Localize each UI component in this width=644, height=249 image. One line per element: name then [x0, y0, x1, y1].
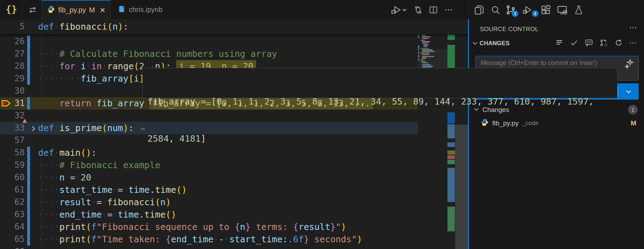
sparkle-icon[interactable]: [624, 58, 635, 71]
line-number[interactable]: 64: [0, 221, 25, 233]
panel-title: SOURCE CONTROL: [480, 26, 538, 33]
run-debug-icon[interactable]: 2: [522, 5, 536, 15]
remote-explorer-icon[interactable]: [557, 5, 567, 15]
git-modified-stripe: [27, 184, 30, 196]
tab-modified-badge: M: [89, 6, 95, 14]
line-number[interactable]: 62: [0, 196, 25, 208]
code-text: def·main():: [38, 147, 97, 159]
code-text: ····print(f"Time taken: {end_time·-·star…: [38, 233, 362, 245]
changes-count-badge: 1: [628, 105, 638, 114]
comment-code-icon[interactable]: [584, 38, 594, 48]
notebook-icon: [118, 5, 126, 14]
split-editor-icon[interactable]: [428, 5, 439, 15]
commit-button-divider: [618, 86, 618, 97]
line-number[interactable]: 60: [0, 171, 25, 184]
debug-badge: 2: [532, 10, 538, 17]
git-modified-stripe: [27, 159, 30, 171]
beaker-icon[interactable]: [573, 5, 584, 15]
chevron-down-icon[interactable]: [472, 40, 478, 48]
editor-more-icon[interactable]: [443, 5, 454, 15]
close-icon[interactable]: ✕: [100, 6, 106, 14]
git-modified-stripe: [27, 221, 30, 233]
line-number[interactable]: 66: [0, 245, 25, 249]
line-number[interactable]: 32: [0, 109, 25, 122]
commit-check-icon[interactable]: [569, 38, 579, 48]
code-text: ····print(f"Fibonacci sequence up to {n}…: [38, 221, 346, 233]
code-line-65[interactable]: 65····print(f"Time taken: {end_time·-·st…: [0, 233, 469, 245]
code-line-62[interactable]: 62····result·=·fibonacci(n): [0, 196, 469, 208]
extensions-icon[interactable]: [541, 5, 551, 15]
view-as-list-icon[interactable]: [554, 38, 564, 48]
code-line-26[interactable]: 26: [0, 35, 469, 48]
git-modified-stripe: [27, 72, 30, 85]
tab-label: chris.ipynb: [129, 6, 163, 14]
code-text: ····start_time·=·time.time(): [38, 184, 187, 196]
line-number[interactable]: 65: [0, 233, 25, 245]
line-number[interactable]: 63: [0, 208, 25, 221]
line-number[interactable]: 33: [0, 122, 25, 134]
code-line-61[interactable]: 61····start_time·=·time.time(): [0, 184, 469, 196]
tab-bar: {} fib_py.py M ✕ chris.ipynb 1 2: [0, 0, 644, 20]
layout-controls-icon[interactable]: [28, 5, 38, 15]
line-number: 5: [0, 20, 25, 33]
changes-section-label[interactable]: CHANGES: [480, 40, 510, 47]
code-text: ····result·=·fibonacci(n): [38, 196, 171, 208]
search-icon[interactable]: [490, 5, 501, 15]
modified-status-badge: M: [631, 119, 636, 127]
tab-label: fib_py.py: [58, 6, 86, 14]
git-modified-stripe: [27, 208, 30, 221]
code-line-64[interactable]: 64····print(f"Fibonacci sequence up to {…: [0, 221, 469, 233]
sticky-code: def·fibonacci(n):: [38, 20, 128, 33]
line-number[interactable]: 29: [0, 72, 25, 85]
code-line-63[interactable]: 63····end_time·=·time.time(): [0, 208, 469, 221]
refresh-icon[interactable]: [614, 38, 624, 48]
line-number[interactable]: 30: [0, 85, 25, 97]
changes-toolbar: ⋯: [554, 38, 638, 48]
debug-run-icon[interactable]: [389, 5, 408, 15]
git-modified-stripe: [27, 97, 30, 109]
chevron-down-icon[interactable]: [625, 88, 632, 96]
code-text: def·is_prime(num):·⋯: [38, 122, 147, 135]
git-modified-stripe: [27, 171, 30, 184]
line-number[interactable]: 61: [0, 184, 25, 196]
commit-placeholder: Message (Ctrl+Enter to commit on 'main'): [481, 59, 615, 67]
code-line-60[interactable]: 60····n·=·20: [0, 171, 469, 184]
line-number[interactable]: 59: [0, 159, 25, 171]
tooltip-line-2: 2584, 4181]: [148, 132, 612, 145]
git-modified-stripe: [27, 196, 30, 208]
code-line-66[interactable]: 66: [0, 245, 469, 249]
compare-changes-icon[interactable]: [413, 5, 423, 15]
debug-value-tooltip: fib_array = [0, 1, 1, 2, 3, 5, 8, 13, 21…: [142, 68, 618, 98]
code-line-27[interactable]: 27····# Calculate Fibonacci numbers usin…: [0, 48, 469, 60]
code-text: ····# Fibonacci example: [38, 159, 160, 171]
copy-icon[interactable]: [474, 5, 484, 15]
scm-badge: 1: [512, 10, 518, 17]
code-text: ····# Calculate Fibonacci numbers using …: [38, 48, 277, 60]
panel-more-icon[interactable]: ⋯: [629, 23, 638, 32]
git-modified-stripe: [27, 147, 30, 159]
changes-more-icon[interactable]: ⋯: [628, 38, 638, 48]
tooltip-line-1: fib_array = [0, 1, 1, 2, 3, 5, 8, 13, 21…: [148, 95, 612, 108]
code-text: ····n·=·20: [38, 171, 91, 184]
code-text: ········fib_array[i]: [38, 72, 144, 85]
tab-chris-ipynb[interactable]: chris.ipynb: [113, 0, 168, 19]
source-control-icon[interactable]: 1: [505, 5, 516, 15]
python-icon: [47, 5, 55, 15]
braces-icon[interactable]: {}: [6, 4, 17, 14]
create-pull-request-icon[interactable]: [599, 38, 609, 48]
code-text: ····end_time·=·time.time(): [38, 208, 176, 221]
line-number[interactable]: 57: [0, 134, 25, 147]
line-number[interactable]: 58: [0, 147, 25, 159]
git-modified-stripe: [27, 233, 30, 245]
tab-fib_py[interactable]: fib_py.py M ✕: [42, 0, 111, 19]
vscode-window: {} fib_py.py M ✕ chris.ipynb 1 2 5: [0, 0, 644, 249]
sticky-scroll-line[interactable]: 5 def·fibonacci(n):: [0, 19, 469, 35]
